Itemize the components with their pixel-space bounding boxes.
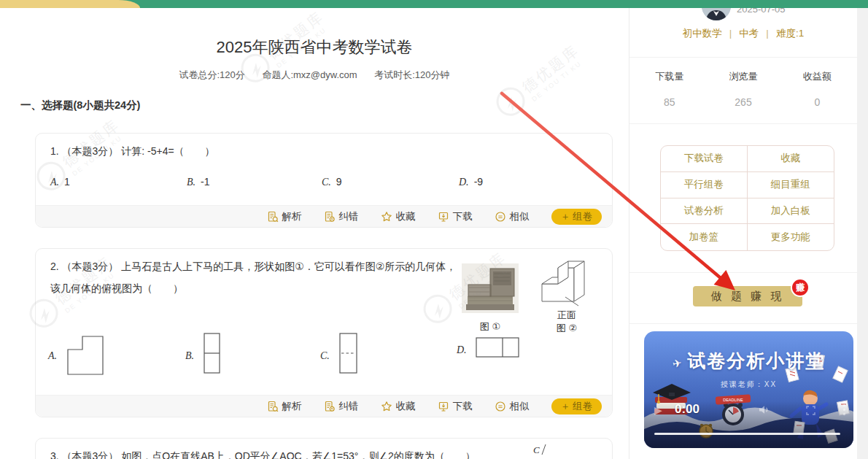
question-3-stem: 3. （本题3分） 如图，点O在直线AB上，OD平分∠AOC，若∠1=53°，则…	[50, 450, 476, 459]
favorite-label: 收藏	[396, 210, 416, 223]
paper-analysis-button[interactable]: 试卷分析	[661, 198, 748, 225]
stats-labels: 下载量 浏览量 收益额	[632, 70, 854, 83]
report-error-label: 纠错	[339, 210, 359, 223]
divider	[629, 57, 857, 58]
download-icon	[438, 401, 449, 412]
plus-icon: ＋	[561, 400, 571, 413]
add-whiteboard-button[interactable]: 加入白板	[748, 198, 834, 225]
question-card-3: 3. （本题3分） 如图，点O在直线AB上，OD平分∠AOC，若∠1=53°，则…	[35, 438, 613, 459]
video-time: 0:00	[675, 402, 700, 417]
question-2-stem-line1: 2. （本题3分） 上马石是古人上下马的工具，形状如图①．它可以看作图②所示的几…	[50, 261, 456, 274]
compose-label: 组卷	[573, 400, 592, 413]
views-label: 浏览量	[706, 70, 780, 83]
downloads-value: 85	[632, 96, 706, 108]
function-grid: 下载试卷 收藏 平行组卷 细目重组 试卷分析 加入白板 加卷篮 更多功能	[660, 145, 834, 251]
download-label: 下载	[453, 400, 473, 413]
similar-button[interactable]: 相似	[495, 210, 530, 223]
stats-values: 85 265 0	[632, 96, 854, 108]
compose-paper-button[interactable]: ＋ 组卷	[551, 209, 602, 225]
q2-option-a-shape	[66, 335, 106, 380]
earnings-label: 收益额	[780, 70, 854, 83]
question-2-action-bar: 解析 纠错 收藏 下载 相似 ＋ 组卷	[36, 395, 612, 417]
similar-icon	[495, 401, 506, 412]
report-error-button[interactable]: 纠错	[324, 210, 359, 223]
download-label: 下载	[453, 210, 473, 223]
analyze-button[interactable]: 解析	[267, 400, 302, 413]
section-heading: 一、选择题(8小题共24分)	[20, 99, 140, 112]
page: 德优题库DE YOU TI KU 德优题库DE YOU TI KU 德优题库DE…	[0, 0, 868, 459]
analyze-icon	[267, 211, 279, 223]
l-solid-figure	[540, 258, 593, 312]
question-1-stem: 1. （本题3分） 计算: -5+4=（ ）	[50, 145, 215, 158]
downloads-label: 下载量	[632, 70, 706, 83]
topbar-yellow-accent	[0, 0, 140, 8]
page-title: 2025年陕西省中考数学试卷	[0, 36, 629, 58]
paper-tags: 初中数学|中考|难度:1	[629, 27, 857, 40]
q2-option-c-shape	[338, 332, 359, 379]
earnings-value: 0	[780, 96, 854, 108]
q2-option-b-shape	[203, 332, 222, 379]
analyze-label: 解析	[282, 210, 302, 223]
parallel-compose-button[interactable]: 平行组卷	[661, 172, 748, 198]
compose-label: 组卷	[573, 210, 592, 223]
report-error-icon	[324, 211, 336, 223]
question-2-stem-line2: 该几何体的俯视图为（ ）	[50, 282, 183, 296]
download-button[interactable]: 下载	[438, 210, 473, 223]
figure-1-caption: 图 ①	[462, 320, 519, 333]
more-functions-button[interactable]: 更多功能	[748, 224, 834, 250]
paper-duration: 考试时长:120分钟	[374, 69, 449, 80]
earn-badge: 赚	[791, 278, 810, 297]
question-card-1: 1. （本题3分） 计算: -5+4=（ ） A.1 B.-1 C.9 D.-9…	[35, 133, 613, 228]
q1-option-b[interactable]: B.-1	[187, 176, 210, 188]
analyze-label: 解析	[282, 400, 302, 413]
q2-option-c[interactable]: C.	[320, 350, 335, 362]
star-icon	[381, 211, 392, 223]
favorite-button[interactable]: 收藏	[381, 400, 416, 413]
fullscreen-icon[interactable]	[806, 405, 815, 418]
q1-option-d[interactable]: D.-9	[459, 176, 483, 188]
play-icon[interactable]: ▶	[654, 404, 662, 416]
download-icon	[438, 211, 449, 223]
plus-icon: ＋	[561, 210, 571, 223]
divider	[629, 123, 857, 124]
tag-difficulty: 难度:1	[776, 28, 804, 39]
paper-meta: 试卷总分:120分 命题人:mxz@dyw.com 考试时长:120分钟	[0, 69, 629, 82]
download-button[interactable]: 下载	[438, 400, 473, 413]
add-basket-button[interactable]: 加卷篮	[661, 224, 748, 250]
download-paper-button[interactable]: 下载试卷	[661, 146, 748, 172]
q2-option-b[interactable]: B.	[185, 350, 199, 362]
more-options-icon[interactable]	[842, 404, 846, 419]
similar-icon	[495, 211, 506, 223]
volume-icon[interactable]	[758, 404, 771, 418]
q2-option-a[interactable]: A.	[48, 350, 62, 362]
question-1-action-bar: 解析 纠错 收藏 下载 相似 ＋ 组卷	[36, 205, 612, 227]
divider	[629, 272, 857, 273]
video-progress-bar[interactable]	[654, 433, 840, 435]
tag-subject[interactable]: 初中数学	[683, 28, 722, 39]
detail-recompose-button[interactable]: 细目重组	[748, 172, 834, 198]
favorite-paper-button[interactable]: 收藏	[748, 146, 834, 172]
top-navigation-bar	[0, 0, 868, 8]
paper-plane-icon: ✈	[671, 356, 684, 371]
similar-button[interactable]: 相似	[495, 400, 530, 413]
q2-option-d[interactable]: D.	[457, 344, 472, 356]
compose-paper-button[interactable]: ＋ 组卷	[551, 398, 602, 414]
figure-2-front-label: 正面	[540, 309, 593, 322]
q1-option-c[interactable]: C.9	[322, 176, 342, 188]
q1-option-a[interactable]: A.1	[50, 176, 70, 188]
analyze-button[interactable]: 解析	[267, 210, 302, 223]
favorite-label: 收藏	[396, 400, 416, 413]
favorite-button[interactable]: 收藏	[381, 210, 416, 223]
paper-total-score: 试卷总分:120分	[179, 69, 244, 80]
analysis-video-player[interactable]: DEADLINE	[644, 331, 853, 448]
video-title: ✈试卷分析小讲堂	[644, 349, 853, 373]
report-error-icon	[324, 401, 336, 412]
scrollbar-track[interactable]	[857, 8, 868, 459]
video-subtitle: 授课老师：XX	[644, 379, 853, 390]
report-error-label: 纠错	[339, 400, 359, 413]
tag-exam-type[interactable]: 中考	[739, 28, 759, 39]
divider	[629, 323, 857, 324]
report-error-button[interactable]: 纠错	[324, 400, 359, 413]
similar-label: 相似	[510, 400, 530, 413]
earn-by-answering-button[interactable]: 做 题 赚 现	[693, 286, 802, 306]
